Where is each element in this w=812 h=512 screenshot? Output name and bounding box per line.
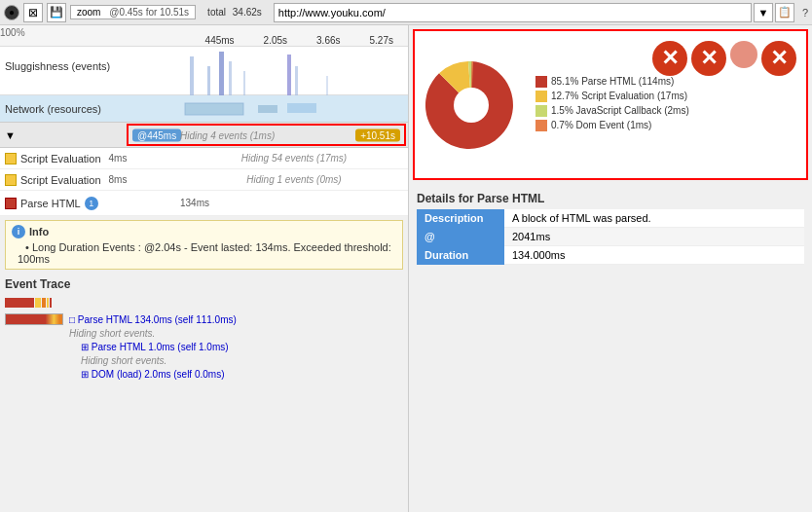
time-1: 2.05s [264, 35, 287, 46]
pie-chart-area: ✕ ✕ ✕ 85.1% Parse HT [413, 29, 808, 180]
time-2: 3.66s [316, 35, 340, 46]
parse-badge: 1 [85, 197, 98, 210]
svg-rect-6 [295, 66, 298, 95]
timeline-header: 100% 445ms 2.05s 3.66s 5.27s 6.87s 8.48s [0, 25, 408, 47]
script1-hiding-text: Hiding 54 events (17ms) [180, 153, 408, 164]
trace-row-5-label[interactable]: ⊞ DOM (load) 2.0ms (self 0.0ms) [69, 369, 224, 380]
filter-row: ▼ @445ms +10.51s Hiding 4 events (1ms) [0, 123, 408, 148]
script-eval-row-1: Script Evaluation 4ms Hiding 54 events (… [0, 148, 408, 169]
trace-bars [0, 295, 408, 311]
script-eval-row-2: Script Evaluation 8ms Hiding 1 events (0… [0, 169, 408, 191]
details-title: Details for Parse HTML [409, 188, 812, 209]
filter-end-badge: +10.51s [355, 128, 400, 141]
trace-row-4-label: Hiding short events. [69, 355, 166, 366]
trace-row-2: Hiding short events. [0, 326, 408, 340]
x-mark-4: ✕ [761, 41, 796, 76]
url-go-button[interactable]: ▼ [754, 3, 773, 22]
script-eval-label-1: Script Evaluation 4ms [0, 153, 180, 165]
time-0: 445ms [205, 35, 235, 46]
legend-item-2: 12.7% Script Evaluation (17ms) [535, 91, 689, 102]
svg-rect-1 [207, 66, 210, 95]
svg-rect-0 [190, 56, 194, 95]
help-button[interactable]: ? [802, 7, 808, 18]
info-bullet: • [25, 241, 32, 253]
legend-dot-3 [535, 105, 547, 117]
trace-thumb-5 [5, 368, 63, 380]
trace-thumb-4 [5, 354, 63, 366]
svg-rect-5 [287, 55, 291, 95]
details-key-0: Description [417, 209, 504, 228]
svg-rect-11 [287, 103, 316, 113]
pie-legend: 85.1% Parse HTML (114ms) 12.7% Script Ev… [535, 76, 689, 134]
info-title: i Info [12, 225, 396, 238]
legend-dot-1 [535, 76, 547, 88]
network-bar [180, 95, 408, 122]
details-key-1: @ [417, 228, 504, 246]
legend-item-1: 85.1% Parse HTML (114ms) [535, 76, 689, 88]
broken-images-area: ✕ ✕ ✕ [652, 41, 796, 76]
legend-dot-4 [535, 120, 547, 131]
legend-dot-2 [535, 91, 547, 102]
svg-rect-4 [243, 71, 245, 95]
info-icon: i [12, 225, 25, 238]
trace-row-1-label[interactable]: □ Parse HTML 134.0ms (self 111.0ms) [69, 314, 237, 325]
trace-bar-2 [35, 298, 41, 308]
trace-row-3: ⊞ Parse HTML 1.0ms (self 1.0ms) [0, 340, 408, 353]
parse-html-row: Parse HTML 1 134ms [0, 191, 408, 216]
trace-bar-1 [5, 298, 34, 308]
trace-row-5: ⊞ DOM (load) 2.0ms (self 0.0ms) [0, 367, 408, 381]
x-mark-1: ✕ [652, 41, 687, 76]
trace-bar-4 [47, 298, 49, 308]
total-info: total 34.62s [200, 7, 270, 18]
parse-ms: 134ms [180, 198, 209, 208]
export-button[interactable]: 📋 [775, 3, 794, 22]
svg-rect-2 [219, 52, 224, 95]
network-label: Network (resources) [0, 103, 180, 115]
trace-thumb-2 [5, 327, 63, 339]
stop-button[interactable]: ⊠ [23, 3, 43, 22]
pie-chart [423, 56, 520, 154]
record-button[interactable]: ● [4, 5, 19, 20]
trace-bar-5 [50, 298, 52, 308]
trace-rows: □ Parse HTML 134.0ms (self 111.0ms) Hidi… [0, 311, 408, 383]
table-row: Description A block of HTML was parsed. [417, 209, 804, 228]
x-mark-2: ✕ [691, 41, 726, 76]
details-val-2: 134.000ms [504, 246, 804, 265]
trace-row-3-label[interactable]: ⊞ Parse HTML 1.0ms (self 1.0ms) [69, 342, 229, 352]
legend-item-4: 0.7% Dom Event (1ms) [535, 120, 689, 131]
x-mark-3 [730, 41, 757, 68]
sluggishness-chart [180, 47, 404, 95]
details-key-2: Duration [417, 246, 504, 265]
filter-icon[interactable]: ▼ [5, 129, 16, 141]
script-icon-2 [5, 174, 17, 186]
main-container: 100% 445ms 2.05s 3.66s 5.27s 6.87s 8.48s… [0, 25, 812, 512]
info-box: i Info • Long Duration Events : @2.04s -… [5, 220, 403, 270]
toolbar: ● ⊠ 💾 zoom @0.45s for 10.51s total 34.62… [0, 0, 812, 25]
right-panel: ✕ ✕ ✕ 85.1% Parse HT [409, 25, 812, 512]
legend-item-3: 1.5% JavaScript Callback (2ms) [535, 105, 689, 117]
table-row: Duration 134.000ms [417, 246, 804, 265]
details-table: Description A block of HTML was parsed. … [417, 209, 804, 265]
left-panel: 100% 445ms 2.05s 3.66s 5.27s 6.87s 8.48s… [0, 25, 409, 512]
table-row: @ 2041ms [417, 228, 804, 246]
details-val-0: A block of HTML was parsed. [504, 209, 804, 228]
event-trace-title: Event Trace [0, 274, 408, 295]
trace-thumb-3 [5, 341, 63, 352]
sluggishness-label: Sluggishness (events) [5, 60, 110, 72]
svg-point-12 [454, 88, 489, 123]
filter-hiding-text: Hiding 4 events (1ms) [180, 129, 275, 140]
network-row: Network (resources) [0, 95, 408, 123]
details-val-1: 2041ms [504, 228, 804, 246]
url-input[interactable] [274, 3, 752, 22]
save-button[interactable]: 💾 [47, 3, 66, 22]
percent-100: 100% [0, 27, 25, 38]
script-icon-1 [5, 153, 17, 165]
parse-icon [5, 198, 17, 209]
trace-bar-3 [42, 298, 46, 308]
zoom-info: zoom @0.45s for 10.51s [70, 5, 196, 19]
filter-start-badge: @445ms [132, 128, 181, 141]
info-content: • Long Duration Events : @2.04s - Event … [12, 241, 396, 265]
svg-rect-7 [326, 76, 328, 95]
script2-hiding-text: Hiding 1 events (0ms) [180, 174, 408, 185]
parse-html-label: Parse HTML 1 [0, 197, 180, 210]
